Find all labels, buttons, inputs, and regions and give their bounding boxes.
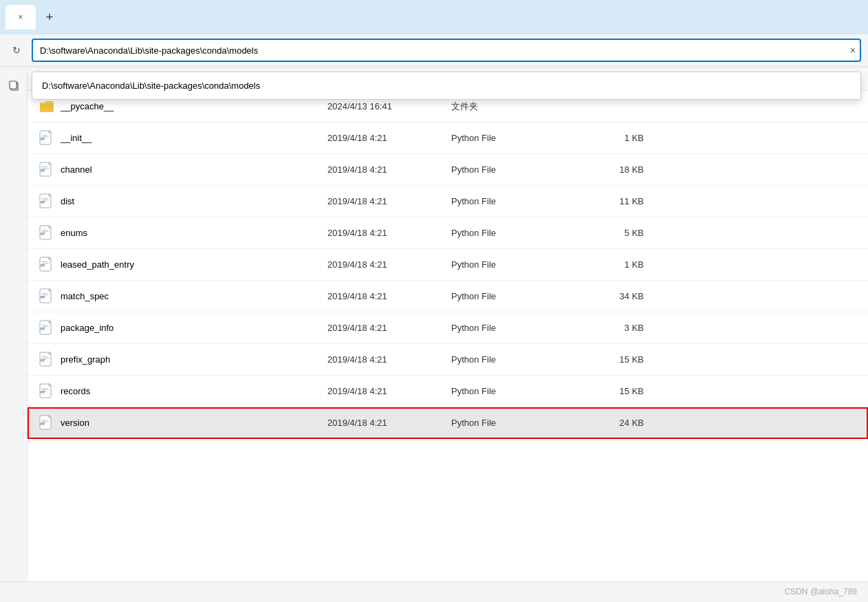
svg-text:py: py [41, 200, 45, 204]
file-name: __init__ [61, 133, 327, 143]
svg-rect-7 [42, 138, 46, 138]
file-date: 2019/4/18 4:21 [327, 418, 451, 428]
python-file-icon: py [39, 225, 55, 241]
file-type: Python File [451, 418, 575, 428]
file-list-container: 名称 ∧ 修改日期 类型 大小 __pycache__ 2024/4/13 16… [28, 69, 868, 581]
status-bar [0, 581, 868, 602]
svg-text:py: py [41, 326, 45, 331]
file-date: 2019/4/18 4:21 [327, 386, 451, 396]
svg-rect-5 [42, 135, 47, 136]
file-date: 2019/4/18 4:21 [327, 354, 451, 365]
file-type: Python File [451, 228, 575, 238]
file-date: 2024/4/13 16:41 [327, 101, 451, 111]
svg-text:py: py [41, 263, 45, 268]
svg-rect-42 [42, 359, 46, 360]
refresh-button[interactable]: ↻ [7, 41, 26, 60]
browser-tab[interactable]: × [6, 5, 36, 30]
copy-sidebar-icon[interactable] [4, 76, 23, 95]
python-file-icon: py [39, 162, 55, 178]
python-file-icon: py [39, 288, 55, 305]
address-wrapper: × D:\software\Anaconda\Lib\site-packages… [32, 39, 861, 62]
svg-rect-47 [42, 391, 46, 391]
svg-rect-32 [42, 296, 46, 297]
python-file-icon: py [39, 352, 55, 368]
file-name: dist [61, 196, 327, 206]
svg-rect-52 [42, 422, 46, 423]
svg-rect-35 [42, 325, 47, 325]
svg-rect-15 [42, 198, 47, 199]
file-type: Python File [451, 259, 575, 270]
new-tab-button[interactable]: + [39, 6, 61, 28]
file-type: Python File [451, 164, 575, 175]
file-rows-container: __pycache__ 2024/4/13 16:41 文件夹 py __ini… [28, 91, 868, 439]
file-size: 15 KB [575, 386, 644, 396]
svg-rect-37 [42, 327, 46, 328]
file-date: 2019/4/18 4:21 [327, 291, 451, 301]
file-name: version [61, 418, 327, 428]
file-type: Python File [451, 386, 575, 396]
file-name: records [61, 386, 327, 396]
python-file-icon: py [39, 130, 55, 147]
file-date: 2019/4/18 4:21 [327, 228, 451, 238]
svg-rect-25 [42, 261, 47, 262]
left-sidebar [0, 69, 28, 574]
table-row[interactable]: py leased_path_entry 2019/4/18 4:21 Pyth… [28, 249, 868, 281]
file-name: channel [61, 164, 327, 175]
table-row[interactable]: py version 2019/4/18 4:21 Python File 24… [28, 407, 868, 439]
svg-rect-1 [10, 81, 17, 89]
svg-rect-16 [42, 200, 49, 200]
file-name: prefix_graph [61, 354, 327, 365]
python-file-icon: py [39, 257, 55, 273]
file-date: 2019/4/18 4:21 [327, 133, 451, 143]
address-input[interactable] [32, 39, 861, 62]
file-type: Python File [451, 196, 575, 206]
file-date: 2019/4/18 4:21 [327, 323, 451, 333]
address-dropdown[interactable]: D:\software\Anaconda\Lib\site-packages\c… [32, 72, 861, 100]
file-date: 2019/4/18 4:21 [327, 259, 451, 270]
svg-rect-45 [42, 388, 47, 389]
svg-text:py: py [41, 358, 45, 363]
table-row[interactable]: py channel 2019/4/18 4:21 Python File 18… [28, 154, 868, 186]
file-size: 15 KB [575, 354, 644, 365]
watermark: CSDN @aloha_789 [784, 587, 857, 596]
svg-rect-40 [42, 356, 47, 357]
file-size: 18 KB [575, 164, 644, 175]
svg-rect-10 [42, 166, 47, 167]
table-row[interactable]: py enums 2019/4/18 4:21 Python File 5 KB [28, 217, 868, 249]
svg-rect-30 [42, 293, 47, 294]
address-suggestion[interactable]: D:\software\Anaconda\Lib\site-packages\c… [32, 72, 860, 99]
svg-text:py: py [41, 389, 45, 394]
file-type: Python File [451, 323, 575, 333]
table-row[interactable]: py records 2019/4/18 4:21 Python File 15… [28, 376, 868, 407]
svg-rect-36 [42, 326, 49, 327]
svg-rect-26 [42, 263, 49, 264]
svg-rect-12 [42, 169, 46, 170]
address-bar-container: ↻ × D:\software\Anaconda\Lib\site-packag… [0, 34, 868, 67]
address-clear-button[interactable]: × [850, 45, 856, 56]
svg-rect-51 [42, 421, 49, 422]
svg-rect-21 [42, 231, 49, 232]
svg-rect-50 [42, 420, 47, 420]
file-type: Python File [451, 354, 575, 365]
table-row[interactable]: py package_info 2019/4/18 4:21 Python Fi… [28, 312, 868, 344]
file-type: Python File [451, 291, 575, 301]
svg-rect-17 [42, 201, 46, 202]
file-size: 11 KB [575, 196, 644, 206]
tab-close-icon[interactable]: × [15, 12, 26, 23]
svg-text:py: py [41, 294, 45, 299]
file-size: 5 KB [575, 228, 644, 238]
folder-icon [39, 98, 55, 115]
svg-text:py: py [41, 421, 45, 426]
table-row[interactable]: py match_spec 2019/4/18 4:21 Python File… [28, 281, 868, 312]
svg-rect-6 [42, 136, 49, 137]
title-bar: × + [0, 0, 868, 34]
table-row[interactable]: py __init__ 2019/4/18 4:21 Python File 1… [28, 122, 868, 154]
file-name: enums [61, 228, 327, 238]
python-file-icon: py [39, 320, 55, 336]
table-row[interactable]: py dist 2019/4/18 4:21 Python File 11 KB [28, 186, 868, 217]
table-row[interactable]: py prefix_graph 2019/4/18 4:21 Python Fi… [28, 344, 868, 376]
svg-rect-20 [42, 230, 47, 230]
file-name: leased_path_entry [61, 259, 327, 270]
svg-rect-11 [42, 168, 49, 169]
file-name: __pycache__ [61, 101, 327, 111]
